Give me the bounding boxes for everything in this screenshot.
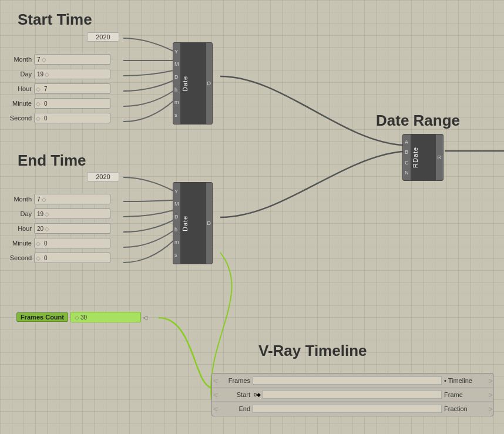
end-month-label: Month xyxy=(6,196,34,203)
hour-slider[interactable]: ◇ 7 xyxy=(34,83,110,94)
minute-slider[interactable]: ◇ 0 xyxy=(34,98,110,109)
second-slider[interactable]: ◇ 0 xyxy=(34,113,110,123)
start-year-box[interactable]: 2020 xyxy=(87,32,119,42)
end-hour-slider[interactable]: 20 ◇ xyxy=(34,223,110,234)
hour-label: Hour xyxy=(6,85,34,92)
start-time-title: Start Time xyxy=(18,11,92,29)
end-date-output: D xyxy=(206,183,213,264)
rdate-node-title: RDate xyxy=(411,134,436,180)
minute-diamond: ◇ xyxy=(36,100,41,107)
day-label: Day xyxy=(6,70,34,78)
start-date-node-title: Date xyxy=(180,43,206,124)
end-date-node: Y M D h m s Date D xyxy=(173,182,213,264)
month-label: Month xyxy=(6,56,34,63)
port-D-out: D xyxy=(207,80,211,86)
end-second-slider[interactable]: ◇ 0 xyxy=(34,253,110,263)
rdate-port-N: N xyxy=(405,170,409,176)
rdate-port-C: C xyxy=(405,160,409,166)
second-label: Second xyxy=(6,115,34,122)
end-year-box[interactable]: 2020 xyxy=(87,172,119,181)
end-port-h: h xyxy=(174,227,179,233)
end-day-label: Day xyxy=(6,210,34,217)
end-hour-label: Hour xyxy=(6,225,34,232)
month-slider[interactable]: 7 ◇ xyxy=(34,54,110,65)
frames-diamond: ◇ xyxy=(75,314,79,321)
end-second-label: Second xyxy=(6,254,34,261)
month-diamond: ◇ xyxy=(42,56,46,63)
end-port-Y: Y xyxy=(174,189,179,194)
minute-label: Minute xyxy=(6,100,34,107)
end-port-m: m xyxy=(174,239,179,245)
vray-left-port-end: ◁ xyxy=(212,406,217,412)
vray-start-track xyxy=(262,391,442,399)
end-port-D: D xyxy=(174,214,179,220)
port-M: M xyxy=(174,61,179,67)
vray-right-arrow-start: ▷ xyxy=(489,392,493,398)
start-marker: 0◆ xyxy=(253,392,262,398)
vray-right-arrow-frames: ▷ xyxy=(489,378,493,383)
vray-node: ◁ Frames • Timeline ▷ ◁ Start 0◆ Frame ▷… xyxy=(211,373,493,416)
end-date-ports-left: Y M D h m s xyxy=(173,183,180,264)
hour-diamond: ◇ xyxy=(36,86,41,92)
end-sliders: Month 7 ◇ Day 19 ◇ Hour 20 ◇ Minute ◇ 0 … xyxy=(6,193,110,266)
vray-frames-track xyxy=(253,376,442,385)
frames-count-label: Frames Count xyxy=(16,312,68,322)
start-date-ports-left: Y M D h m s xyxy=(173,43,180,124)
vray-right-arrow-end: ▷ xyxy=(489,406,493,412)
rdate-port-B: B xyxy=(405,149,409,155)
end-minute-slider[interactable]: ◇ 0 xyxy=(34,238,110,248)
port-s: s xyxy=(174,112,179,118)
vray-end-track xyxy=(253,405,442,413)
end-port-M: M xyxy=(174,201,179,207)
end-date-node-title: Date xyxy=(180,183,206,264)
vray-row-end: ◁ End Fraction ▷ xyxy=(212,402,493,416)
day-slider[interactable]: 19 ◇ xyxy=(34,69,110,79)
start-date-output: D xyxy=(206,43,213,124)
rdate-port-A: A xyxy=(405,139,409,145)
frames-count-slider[interactable]: ◇ 30 xyxy=(70,312,141,322)
port-m: m xyxy=(174,99,179,105)
end-day-slider[interactable]: 19 ◇ xyxy=(34,208,110,219)
end-month-slider[interactable]: 7 ◇ xyxy=(34,194,110,204)
rdate-output: R xyxy=(436,134,443,180)
vray-left-port-frames: ◁ xyxy=(212,378,217,383)
end-port-D-out: D xyxy=(207,220,211,226)
port-Y: Y xyxy=(174,49,179,55)
end-time-title: End Time xyxy=(18,152,86,170)
rdate-ports-left: A B C N xyxy=(403,134,411,180)
end-port-s: s xyxy=(174,252,179,258)
frames-end-marker: ◁ xyxy=(143,314,147,321)
port-h: h xyxy=(174,87,179,93)
vray-title: V-Ray Timeline xyxy=(258,342,367,360)
vray-row-frames: ◁ Frames • Timeline ▷ xyxy=(212,374,493,388)
vray-left-port-start: ◁ xyxy=(212,392,217,398)
date-range-title: Date Range xyxy=(376,112,460,130)
rdate-node: A B C N RDate R xyxy=(402,134,443,181)
start-date-node: Y M D h m s Date D xyxy=(173,42,213,125)
day-diamond: ◇ xyxy=(45,71,49,78)
second-diamond: ◇ xyxy=(36,115,41,122)
frames-count-node: Frames Count ◇ 30 ◁ xyxy=(16,310,147,324)
rdate-port-R: R xyxy=(438,154,442,160)
start-sliders: Month 7 ◇ Day 19 ◇ Hour ◇ 7 Minute ◇ 0 S… xyxy=(6,53,110,126)
vray-row-start: ◁ Start 0◆ Frame ▷ xyxy=(212,388,493,402)
end-minute-label: Minute xyxy=(6,240,34,247)
port-D: D xyxy=(174,74,179,80)
